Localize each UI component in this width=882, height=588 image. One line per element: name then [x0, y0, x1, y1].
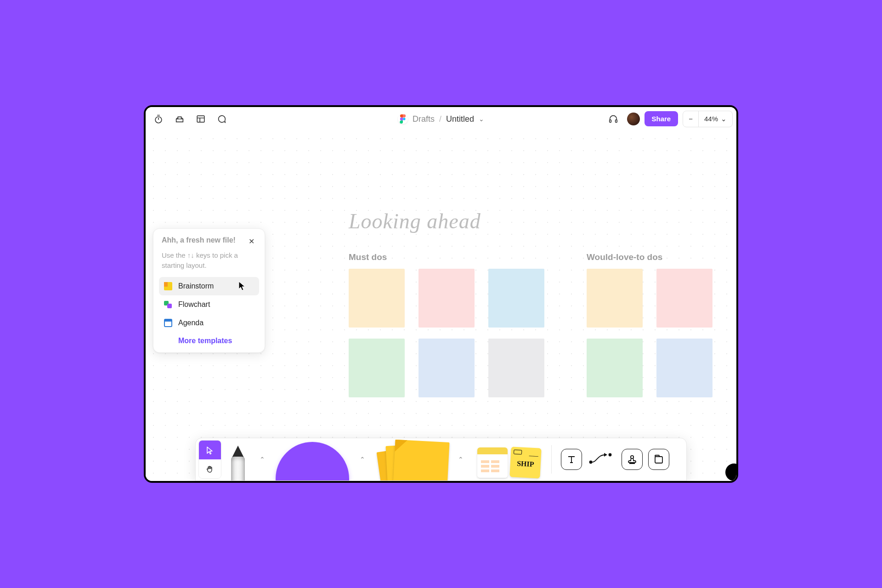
template-list: Brainstorm Flowchart Agenda: [159, 277, 259, 332]
panel-header: Ahh, a fresh new file! ✕: [159, 236, 259, 247]
more-templates-link[interactable]: More templates: [159, 332, 259, 348]
breadcrumb-separator: /: [439, 114, 441, 124]
chevron-up-icon[interactable]: ⌃: [456, 454, 466, 464]
templates-tool-group: ____ SHIP: [469, 438, 549, 481]
hand-mode-button[interactable]: [199, 459, 221, 478]
sticky-note[interactable]: [349, 269, 405, 328]
svg-rect-6: [164, 282, 168, 287]
text-tool-pair: [561, 449, 612, 470]
template-thumbnail: ____ SHIP: [509, 447, 541, 478]
shape-tool-group: ⌃: [270, 438, 370, 481]
svg-rect-8: [167, 304, 172, 308]
breadcrumb[interactable]: Drafts / Untitled ⌄: [413, 114, 484, 124]
topbar-left: [146, 110, 231, 128]
svg-point-2: [403, 118, 406, 120]
user-avatar[interactable]: [627, 113, 640, 125]
svg-rect-10: [164, 319, 172, 322]
svg-point-12: [609, 454, 611, 456]
topbar: Drafts / Untitled ⌄ Share − 44% ⌄: [146, 107, 736, 131]
flowchart-icon: [164, 300, 173, 309]
template-item-label: Brainstorm: [178, 282, 214, 290]
ship-label: SHIP: [517, 460, 534, 468]
template-item-brainstorm[interactable]: Brainstorm: [159, 277, 259, 295]
chevron-up-icon[interactable]: ⌃: [357, 454, 368, 464]
sticky-note[interactable]: [418, 339, 475, 397]
canvas-heading[interactable]: Looking ahead: [349, 209, 481, 233]
template-item-flowchart[interactable]: Flowchart: [159, 295, 259, 314]
template-panel: Ahh, a fresh new file! ✕ Use the ↑↓ keys…: [153, 228, 265, 353]
right-tools: [554, 438, 686, 481]
file-title[interactable]: Untitled: [446, 114, 474, 124]
stamp-tool[interactable]: [622, 449, 643, 470]
frame-tool[interactable]: [648, 449, 669, 470]
chevron-up-icon[interactable]: ⌃: [257, 454, 267, 464]
timer-icon[interactable]: [149, 110, 168, 128]
pencil-tool[interactable]: [221, 438, 254, 481]
chevron-down-icon: ⌄: [721, 115, 727, 123]
section-heading-love[interactable]: Would-love-to dos: [587, 252, 662, 262]
sticky-note[interactable]: [656, 269, 712, 328]
share-button[interactable]: Share: [645, 111, 678, 126]
sticky-note[interactable]: [349, 339, 405, 397]
chevron-down-icon[interactable]: ⌄: [479, 115, 484, 123]
agenda-icon: [164, 318, 173, 328]
select-mode-button[interactable]: [199, 441, 221, 459]
zoom-level[interactable]: 44% ⌄: [699, 111, 732, 127]
brainstorm-icon: [164, 282, 173, 291]
bottom-toolbar: ⌃ ⌃ ⌃ ____ SHIP: [195, 438, 687, 481]
mode-tools: [196, 438, 221, 481]
layout-icon[interactable]: [192, 110, 210, 128]
svg-rect-15: [655, 455, 659, 457]
vote-icon[interactable]: [170, 110, 189, 128]
svg-rect-14: [655, 457, 662, 463]
pencil-tool-group: ⌃: [221, 438, 270, 481]
sticky-note[interactable]: [656, 339, 712, 397]
headphones-icon[interactable]: [604, 110, 622, 128]
zoom-minus-button[interactable]: −: [683, 111, 698, 127]
cursor-icon: [238, 281, 246, 291]
panel-title: Ahh, a fresh new file!: [162, 236, 236, 244]
mode-switch: [198, 440, 221, 479]
topbar-right: Share − 44% ⌄: [604, 110, 733, 128]
sticky-tool-group: ⌃: [370, 438, 469, 481]
svg-rect-1: [197, 116, 204, 122]
sticky-note[interactable]: [418, 269, 475, 328]
sticky-note-tool[interactable]: [372, 438, 451, 481]
sticky-note[interactable]: [488, 339, 544, 397]
sticky-note[interactable]: [488, 269, 544, 328]
zoom-control: − 44% ⌄: [683, 111, 733, 127]
svg-point-13: [631, 456, 633, 458]
sticky-note[interactable]: [587, 339, 643, 397]
comment-icon[interactable]: [213, 110, 231, 128]
app-window: Drafts / Untitled ⌄ Share − 44% ⌄: [144, 105, 738, 483]
zoom-value: 44%: [704, 115, 718, 123]
breadcrumb-drafts[interactable]: Drafts: [413, 114, 435, 124]
figma-logo-icon[interactable]: [398, 114, 408, 124]
svg-point-11: [590, 461, 592, 464]
stamp-frame-pair: [622, 449, 669, 470]
template-item-agenda[interactable]: Agenda: [159, 314, 259, 332]
template-thumbnail: [477, 447, 508, 478]
template-item-label: Agenda: [178, 319, 204, 327]
connector-tool[interactable]: [588, 452, 612, 467]
shape-tool[interactable]: [272, 438, 353, 481]
text-tool[interactable]: [561, 449, 582, 470]
template-item-label: Flowchart: [178, 300, 210, 309]
sticky-note[interactable]: [587, 269, 643, 328]
close-icon[interactable]: ✕: [247, 236, 256, 247]
panel-subtitle: Use the ↑↓ keys to pick a starting layou…: [159, 247, 259, 277]
section-heading-must[interactable]: Must dos: [349, 252, 387, 262]
templates-tool[interactable]: ____ SHIP: [470, 438, 548, 481]
svg-rect-3: [609, 119, 611, 122]
divider: [551, 445, 552, 474]
svg-rect-4: [615, 119, 617, 122]
svg-point-0: [155, 116, 162, 123]
